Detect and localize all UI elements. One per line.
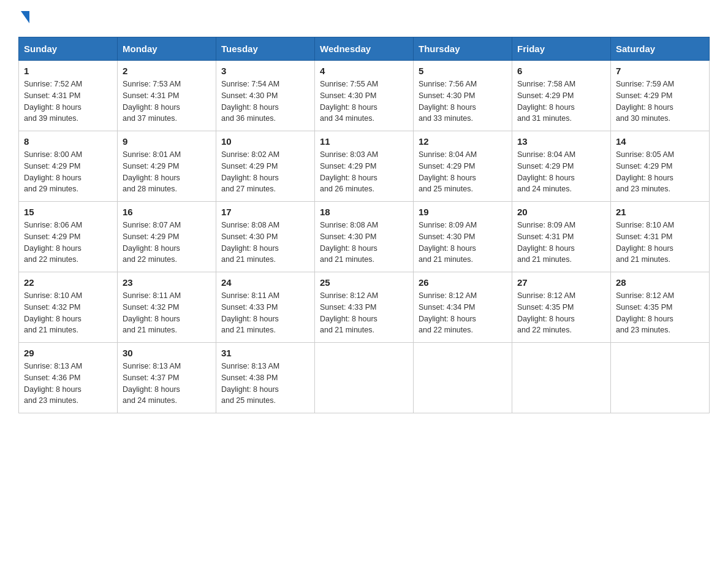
logo-arrow-icon xyxy=(21,11,29,23)
day-info: Sunrise: 8:08 AMSunset: 4:30 PMDaylight:… xyxy=(221,221,279,264)
day-number: 17 xyxy=(221,207,309,217)
weekday-header-sunday: Sunday xyxy=(19,37,118,61)
logo xyxy=(18,12,29,25)
day-number: 18 xyxy=(320,207,408,217)
day-number: 16 xyxy=(123,207,211,217)
day-info: Sunrise: 8:11 AMSunset: 4:33 PMDaylight:… xyxy=(221,291,279,334)
day-number: 23 xyxy=(123,277,211,288)
weekday-header-wednesday: Wednesday xyxy=(315,37,414,61)
calendar-cell: 30 Sunrise: 8:13 AMSunset: 4:37 PMDaylig… xyxy=(118,343,216,413)
calendar-cell: 16 Sunrise: 8:07 AMSunset: 4:29 PMDaylig… xyxy=(118,202,216,272)
calendar-cell: 7 Sunrise: 7:59 AMSunset: 4:29 PMDayligh… xyxy=(611,61,710,131)
calendar-cell: 11 Sunrise: 8:03 AMSunset: 4:29 PMDaylig… xyxy=(315,131,414,202)
day-info: Sunrise: 8:12 AMSunset: 4:35 PMDaylight:… xyxy=(517,291,575,334)
day-number: 26 xyxy=(419,277,507,288)
day-info: Sunrise: 7:52 AMSunset: 4:31 PMDaylight:… xyxy=(24,80,82,123)
day-number: 20 xyxy=(517,207,605,217)
day-number: 7 xyxy=(616,66,704,76)
day-info: Sunrise: 8:04 AMSunset: 4:29 PMDaylight:… xyxy=(517,150,575,193)
day-number: 5 xyxy=(419,66,507,76)
day-info: Sunrise: 8:00 AMSunset: 4:29 PMDaylight:… xyxy=(24,150,82,193)
calendar-cell: 23 Sunrise: 8:11 AMSunset: 4:32 PMDaylig… xyxy=(118,272,216,343)
weekday-header-saturday: Saturday xyxy=(611,37,710,61)
day-info: Sunrise: 7:59 AMSunset: 4:29 PMDaylight:… xyxy=(616,80,674,123)
calendar-cell: 24 Sunrise: 8:11 AMSunset: 4:33 PMDaylig… xyxy=(216,272,315,343)
day-info: Sunrise: 7:53 AMSunset: 4:31 PMDaylight:… xyxy=(123,80,181,123)
day-info: Sunrise: 8:05 AMSunset: 4:29 PMDaylight:… xyxy=(616,150,674,193)
day-number: 1 xyxy=(24,66,112,76)
calendar-week-row-5: 29 Sunrise: 8:13 AMSunset: 4:36 PMDaylig… xyxy=(19,343,710,413)
day-info: Sunrise: 8:13 AMSunset: 4:38 PMDaylight:… xyxy=(221,362,279,405)
calendar-cell: 21 Sunrise: 8:10 AMSunset: 4:31 PMDaylig… xyxy=(611,202,710,272)
calendar-cell: 19 Sunrise: 8:09 AMSunset: 4:30 PMDaylig… xyxy=(414,202,512,272)
calendar-cell: 10 Sunrise: 8:02 AMSunset: 4:29 PMDaylig… xyxy=(216,131,315,202)
day-info: Sunrise: 8:10 AMSunset: 4:31 PMDaylight:… xyxy=(616,221,674,264)
day-number: 19 xyxy=(419,207,507,217)
calendar-cell: 14 Sunrise: 8:05 AMSunset: 4:29 PMDaylig… xyxy=(611,131,710,202)
calendar-cell: 31 Sunrise: 8:13 AMSunset: 4:38 PMDaylig… xyxy=(216,343,315,413)
day-number: 10 xyxy=(221,136,309,147)
day-info: Sunrise: 8:01 AMSunset: 4:29 PMDaylight:… xyxy=(123,150,181,193)
calendar-week-row-2: 8 Sunrise: 8:00 AMSunset: 4:29 PMDayligh… xyxy=(19,131,710,202)
calendar-cell: 13 Sunrise: 8:04 AMSunset: 4:29 PMDaylig… xyxy=(512,131,611,202)
day-info: Sunrise: 8:10 AMSunset: 4:32 PMDaylight:… xyxy=(24,291,82,334)
day-info: Sunrise: 8:08 AMSunset: 4:30 PMDaylight:… xyxy=(320,221,378,264)
page-header xyxy=(18,12,710,25)
calendar-cell: 12 Sunrise: 8:04 AMSunset: 4:29 PMDaylig… xyxy=(414,131,512,202)
calendar-cell: 8 Sunrise: 8:00 AMSunset: 4:29 PMDayligh… xyxy=(19,131,118,202)
calendar-cell: 29 Sunrise: 8:13 AMSunset: 4:36 PMDaylig… xyxy=(19,343,118,413)
day-number: 11 xyxy=(320,136,408,147)
calendar-cell: 20 Sunrise: 8:09 AMSunset: 4:31 PMDaylig… xyxy=(512,202,611,272)
calendar-cell: 4 Sunrise: 7:55 AMSunset: 4:30 PMDayligh… xyxy=(315,61,414,131)
day-number: 30 xyxy=(123,348,211,358)
calendar-cell xyxy=(512,343,611,413)
day-info: Sunrise: 8:07 AMSunset: 4:29 PMDaylight:… xyxy=(123,221,181,264)
calendar-cell: 2 Sunrise: 7:53 AMSunset: 4:31 PMDayligh… xyxy=(118,61,216,131)
calendar-cell xyxy=(414,343,512,413)
day-number: 29 xyxy=(24,348,112,358)
weekday-header-tuesday: Tuesday xyxy=(216,37,315,61)
weekday-header-thursday: Thursday xyxy=(414,37,512,61)
calendar-cell: 28 Sunrise: 8:12 AMSunset: 4:35 PMDaylig… xyxy=(611,272,710,343)
day-number: 4 xyxy=(320,66,408,76)
day-info: Sunrise: 7:54 AMSunset: 4:30 PMDaylight:… xyxy=(221,80,279,123)
day-number: 28 xyxy=(616,277,704,288)
day-info: Sunrise: 8:13 AMSunset: 4:37 PMDaylight:… xyxy=(123,362,181,405)
day-number: 21 xyxy=(616,207,704,217)
day-number: 22 xyxy=(24,277,112,288)
calendar-cell: 9 Sunrise: 8:01 AMSunset: 4:29 PMDayligh… xyxy=(118,131,216,202)
calendar-cell: 17 Sunrise: 8:08 AMSunset: 4:30 PMDaylig… xyxy=(216,202,315,272)
weekday-header-friday: Friday xyxy=(512,37,611,61)
day-info: Sunrise: 8:09 AMSunset: 4:30 PMDaylight:… xyxy=(419,221,477,264)
day-info: Sunrise: 7:55 AMSunset: 4:30 PMDaylight:… xyxy=(320,80,378,123)
day-number: 13 xyxy=(517,136,605,147)
calendar-cell xyxy=(611,343,710,413)
day-number: 14 xyxy=(616,136,704,147)
calendar-cell: 18 Sunrise: 8:08 AMSunset: 4:30 PMDaylig… xyxy=(315,202,414,272)
day-info: Sunrise: 8:04 AMSunset: 4:29 PMDaylight:… xyxy=(419,150,477,193)
calendar-table: SundayMondayTuesdayWednesdayThursdayFrid… xyxy=(18,37,710,413)
calendar-cell: 27 Sunrise: 8:12 AMSunset: 4:35 PMDaylig… xyxy=(512,272,611,343)
day-info: Sunrise: 8:03 AMSunset: 4:29 PMDaylight:… xyxy=(320,150,378,193)
calendar-cell: 22 Sunrise: 8:10 AMSunset: 4:32 PMDaylig… xyxy=(19,272,118,343)
calendar-week-row-3: 15 Sunrise: 8:06 AMSunset: 4:29 PMDaylig… xyxy=(19,202,710,272)
calendar-cell: 1 Sunrise: 7:52 AMSunset: 4:31 PMDayligh… xyxy=(19,61,118,131)
day-number: 2 xyxy=(123,66,211,76)
day-info: Sunrise: 8:09 AMSunset: 4:31 PMDaylight:… xyxy=(517,221,575,264)
day-number: 24 xyxy=(221,277,309,288)
day-info: Sunrise: 7:58 AMSunset: 4:29 PMDaylight:… xyxy=(517,80,575,123)
calendar-week-row-1: 1 Sunrise: 7:52 AMSunset: 4:31 PMDayligh… xyxy=(19,61,710,131)
day-info: Sunrise: 8:12 AMSunset: 4:34 PMDaylight:… xyxy=(419,291,477,334)
weekday-header-row: SundayMondayTuesdayWednesdayThursdayFrid… xyxy=(19,37,710,61)
day-info: Sunrise: 8:12 AMSunset: 4:33 PMDaylight:… xyxy=(320,291,378,334)
day-number: 3 xyxy=(221,66,309,76)
weekday-header-monday: Monday xyxy=(118,37,216,61)
day-number: 25 xyxy=(320,277,408,288)
day-number: 8 xyxy=(24,136,112,147)
calendar-cell xyxy=(315,343,414,413)
day-info: Sunrise: 8:02 AMSunset: 4:29 PMDaylight:… xyxy=(221,150,279,193)
day-number: 27 xyxy=(517,277,605,288)
calendar-week-row-4: 22 Sunrise: 8:10 AMSunset: 4:32 PMDaylig… xyxy=(19,272,710,343)
day-number: 9 xyxy=(123,136,211,147)
calendar-cell: 6 Sunrise: 7:58 AMSunset: 4:29 PMDayligh… xyxy=(512,61,611,131)
